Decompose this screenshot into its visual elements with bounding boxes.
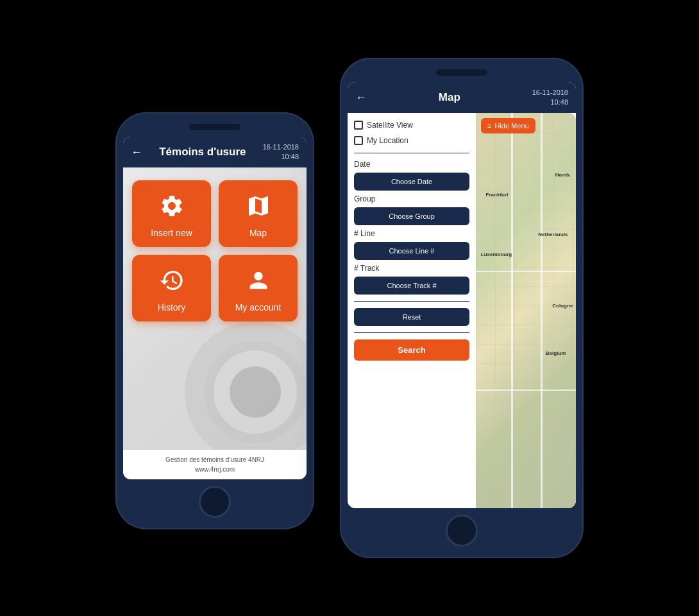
map-screen: Satellite View My Location Date Choose D… — [348, 113, 576, 508]
map-label-belgium: Belgium — [546, 350, 566, 356]
hide-menu-label: Hide Menu — [494, 122, 528, 130]
map-road-3 — [541, 113, 543, 508]
divider-3 — [354, 332, 469, 333]
screen-1: ← Témoins d'usure 16-11-2018 10:48 — [123, 137, 307, 479]
hide-menu-button[interactable]: ≡ Hide Menu — [481, 118, 535, 133]
divider-1 — [354, 153, 469, 153]
page-title-2: Map — [367, 91, 532, 104]
back-button-2[interactable]: ← — [355, 91, 367, 105]
satellite-view-row[interactable]: Satellite View — [354, 119, 469, 131]
tile-map[interactable]: Map — [219, 180, 298, 247]
choose-date-button[interactable]: Choose Date — [354, 173, 469, 191]
menu-grid: Insert new Map — [123, 167, 307, 334]
phone-2: ← Map 16-11-2018 10:48 Satellite View — [340, 58, 584, 558]
back-button[interactable]: ← — [131, 146, 142, 159]
footer-line2: www.4nrj.com — [128, 465, 301, 474]
map-label-netherlands: Netherlands — [538, 232, 568, 237]
account-icon — [246, 268, 271, 297]
tile-my-account[interactable]: My account — [219, 255, 298, 321]
phone-notch — [189, 124, 240, 130]
tile-insert-new-label: Insert new — [151, 228, 192, 238]
screen-2: ← Map 16-11-2018 10:48 Satellite View — [348, 82, 576, 508]
choose-track-button[interactable]: Choose Track # — [354, 277, 469, 295]
map-view: Hamb. Netherlands Cologne Belgium Frankf… — [476, 113, 576, 508]
map-icon — [246, 193, 271, 223]
choose-line-button[interactable]: Choose Line # — [354, 242, 469, 260]
divider-2 — [354, 301, 469, 302]
map-label-cologne: Cologne — [552, 303, 573, 309]
track-field-label: # Track — [354, 264, 469, 273]
my-location-row[interactable]: My Location — [354, 135, 469, 146]
screen-footer: Gestion des témoins d'usure 4NRJ www.4nr… — [123, 450, 307, 479]
choose-group-button[interactable]: Choose Group — [354, 207, 469, 225]
page-title-1: Témoins d'usure — [142, 146, 263, 158]
my-location-label: My Location — [367, 136, 408, 145]
phone-notch-2 — [436, 69, 487, 76]
datetime-2: 16-11-2018 10:48 — [532, 88, 568, 108]
header-2: ← Map 16-11-2018 10:48 — [348, 82, 576, 113]
satellite-view-label: Satellite View — [367, 121, 413, 130]
tile-history-label: History — [158, 302, 186, 312]
map-label-hamburg: Hamb. — [555, 172, 571, 178]
map-sidebar: Satellite View My Location Date Choose D… — [348, 113, 476, 508]
map-label-frankfurt: Frankfurt — [486, 192, 509, 198]
map-road-4 — [476, 389, 576, 391]
header-1: ← Témoins d'usure 16-11-2018 10:48 — [123, 137, 307, 167]
satellite-view-checkbox[interactable] — [354, 121, 363, 130]
my-location-checkbox[interactable] — [354, 136, 363, 145]
scene: ← Témoins d'usure 16-11-2018 10:48 — [0, 0, 699, 616]
home-button-1[interactable] — [199, 486, 231, 518]
gear-icon — [159, 193, 185, 223]
map-road-2 — [476, 271, 576, 272]
map-road-1 — [511, 113, 513, 508]
map-label-luxembourg: Luxembourg — [481, 252, 512, 257]
tile-my-account-label: My account — [235, 302, 282, 312]
reset-button[interactable]: Reset — [354, 308, 469, 326]
screen-content-1: Insert new Map — [123, 167, 307, 450]
tile-map-label: Map — [249, 228, 267, 238]
datetime-1: 16-11-2018 10:48 — [263, 142, 299, 162]
home-button-2[interactable] — [446, 515, 478, 547]
phone-1: ← Témoins d'usure 16-11-2018 10:48 — [115, 112, 314, 529]
footer-line1: Gestion des témoins d'usure 4NRJ — [128, 455, 301, 465]
group-field-label: Group — [354, 194, 469, 203]
date-field-label: Date — [354, 160, 469, 169]
line-field-label: # Line — [354, 229, 469, 238]
history-icon — [159, 268, 185, 297]
tile-history[interactable]: History — [132, 255, 211, 321]
search-button[interactable]: Search — [354, 339, 469, 361]
tile-insert-new[interactable]: Insert new — [132, 180, 211, 247]
hamburger-icon: ≡ — [487, 122, 491, 130]
